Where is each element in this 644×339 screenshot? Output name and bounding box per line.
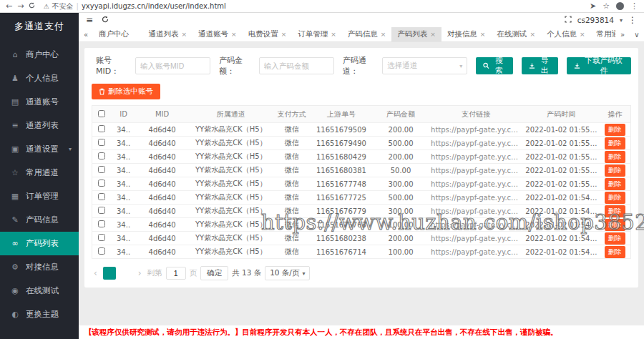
sidebar-item[interactable]: ♟ 个人信息 ▾ [0, 67, 79, 90]
row-checkbox[interactable] [98, 234, 105, 241]
tab[interactable]: 通道账号 × [192, 27, 243, 41]
tab[interactable]: 在线测试 × [491, 27, 541, 41]
tab-close-icon[interactable]: × [331, 31, 336, 38]
tab-close-icon[interactable]: × [231, 31, 237, 38]
tab[interactable]: 产码列表 × [391, 27, 441, 41]
row-checkbox[interactable] [98, 247, 105, 255]
sidebar-item-icon: ◐ [10, 310, 20, 319]
tab[interactable]: 产码信息 × [342, 27, 392, 41]
tab-close-icon[interactable]: × [580, 31, 585, 38]
cell-mid: 4d6d40 [137, 245, 188, 259]
row-delete-button[interactable]: 删除 [605, 151, 625, 163]
browser-refresh-icon[interactable] [29, 2, 35, 10]
row-checkbox[interactable] [98, 180, 105, 187]
cell-pay-link[interactable]: https://paypf-gate.yy.com/ch/front/weixi… [429, 191, 523, 205]
tab-close-icon[interactable]: × [182, 31, 187, 38]
tab-close-icon[interactable]: × [530, 31, 535, 38]
tab-close-icon[interactable]: × [281, 31, 287, 38]
browser-avatar[interactable] [616, 2, 624, 10]
row-checkbox[interactable] [98, 207, 105, 214]
tab[interactable]: 商户中心 × [93, 27, 143, 41]
refresh-icon[interactable] [102, 16, 109, 24]
cell-pay-link[interactable]: https://paypf-gate.yy.com/ch/front/weixi… [429, 218, 523, 232]
tab[interactable]: 电费设置 × [243, 27, 293, 41]
user-caret-icon[interactable]: ▾ [620, 17, 623, 24]
header-more-icon[interactable]: ⋮ [628, 16, 637, 24]
cell-pay-link[interactable]: https://paypf-gate.yy.com/ch/front/weixi… [429, 232, 523, 245]
export-button[interactable]: 导出 [522, 57, 559, 74]
sidebar-item[interactable]: ▦ 订单管理 ▾ [0, 185, 79, 208]
select-all-checkbox[interactable] [98, 110, 105, 117]
browser-menu-icon[interactable]: ⋮ [630, 2, 638, 10]
fullscreen-icon[interactable] [565, 16, 572, 24]
search-button[interactable]: 搜索 [476, 57, 513, 74]
share-icon[interactable]: ➤ [590, 2, 596, 10]
page-next-icon[interactable]: › [136, 268, 144, 278]
bookmark-star-icon[interactable]: ☆ [602, 2, 610, 10]
security-warning-icon[interactable]: ⚠ [43, 3, 49, 10]
browser-forward-icon[interactable]: → [17, 2, 24, 10]
sidebar-item[interactable]: ◐ 更换主题 ▾ [0, 303, 79, 326]
row-delete-button[interactable]: 删除 [605, 178, 625, 190]
sidebar-item[interactable]: ∞ 产码列表 ▾ [0, 232, 79, 255]
cell-method: 微信 [274, 191, 310, 205]
sidebar-item[interactable]: ☆ 常用通道 ▾ [0, 161, 79, 185]
tab-close-icon[interactable]: × [480, 31, 486, 38]
username[interactable]: cs293814 [577, 16, 614, 24]
channel-select[interactable]: 选择通道 ▾ [382, 57, 467, 74]
download-software-button[interactable]: 下载产码软件 [567, 57, 631, 74]
row-checkbox[interactable] [98, 220, 105, 227]
tab[interactable]: 个人信息 × [541, 27, 591, 41]
cell-pay-link[interactable]: https://paypf-gate.yy.com/ch/front/weixi… [429, 137, 523, 150]
cell-pay-link[interactable]: https://paypf-gate.yy.com/ch/front/weixi… [429, 177, 523, 191]
cell-pay-link[interactable]: https://paypf-gate.yy.com/ch/front/weixi… [429, 123, 523, 137]
tab[interactable]: 常用通道 × [590, 27, 615, 41]
tabs-scroll-right-icon[interactable]: » [615, 27, 630, 41]
sidebar-item[interactable]: ≡ 通道列表 ▾ [0, 114, 79, 137]
row-delete-button[interactable]: 删除 [605, 164, 625, 177]
page-number[interactable] [119, 267, 132, 280]
sidebar-item[interactable]: ⌂ 商户中心 ▾ [0, 43, 79, 67]
per-page-select[interactable]: 10 条/页 ▾ [265, 266, 310, 280]
tab[interactable]: 对接信息 × [441, 27, 492, 41]
row-delete-button[interactable]: 删除 [605, 124, 625, 136]
account-mid-input[interactable] [135, 57, 210, 74]
browser-back-icon[interactable]: ← [6, 2, 12, 10]
cell-pay-link[interactable]: https://paypf-gate.yy.com/ch/front/weixi… [429, 205, 523, 218]
row-checkbox[interactable] [98, 125, 105, 132]
row-checkbox[interactable] [98, 193, 105, 200]
goto-page-input[interactable] [166, 267, 186, 280]
delete-selected-button[interactable]: 删除选中账号 [92, 84, 160, 99]
row-delete-button[interactable]: 删除 [605, 137, 625, 149]
tabs-menu-icon[interactable]: ∨ [630, 27, 644, 41]
row-delete-button[interactable]: 删除 [605, 219, 625, 231]
sidebar-item[interactable]: ✎ 产码信息 ▾ [0, 208, 79, 232]
sidebar-item-label: 更换主题 [26, 309, 59, 320]
amount-input[interactable] [259, 57, 334, 74]
row-checkbox[interactable] [98, 152, 105, 159]
row-delete-button[interactable]: 删除 [605, 192, 625, 204]
sidebar-item[interactable]: ⚙ 对接信息 ▾ [0, 255, 79, 279]
page-number[interactable] [103, 267, 116, 280]
cell-time: 2022-01-02 01:54:16 [523, 245, 599, 259]
tab[interactable]: 订单管理 × [292, 27, 342, 41]
row-checkbox[interactable] [98, 139, 105, 146]
row-delete-button[interactable]: 删除 [605, 246, 625, 258]
goto-confirm-button[interactable]: 确定 [200, 266, 228, 280]
cell-pay-link[interactable]: https://paypf-gate.yy.com/ch/front/weixi… [429, 245, 523, 259]
sidebar-item[interactable]: ▤ 通道账号 ▾ [0, 90, 79, 114]
sidebar-item[interactable]: ▣ 通道设置 ▾ [0, 137, 79, 161]
url-text[interactable]: yxyyapi.idugzs.cn/index/user/index.html [82, 2, 226, 10]
cell-pay-link[interactable]: https://paypf-gate.yy.com/ch/front/weixi… [429, 164, 523, 177]
tab[interactable]: 通道列表 × [143, 27, 193, 41]
row-delete-button[interactable]: 删除 [605, 205, 625, 217]
cell-pay-link[interactable]: https://paypf-gate.yy.com/ch/front/weixi… [429, 150, 523, 164]
tabs-scroll-left-icon[interactable]: « [79, 27, 93, 41]
row-delete-button[interactable]: 删除 [605, 232, 625, 245]
collapse-menu-icon[interactable]: ≡ [86, 16, 93, 24]
page-prev-icon[interactable]: ‹ [92, 268, 99, 278]
tab-close-icon[interactable]: × [430, 31, 436, 38]
sidebar-item[interactable]: ◉ 在线测试 ▾ [0, 279, 79, 303]
tab-close-icon[interactable]: × [381, 31, 386, 38]
row-checkbox[interactable] [98, 166, 105, 173]
